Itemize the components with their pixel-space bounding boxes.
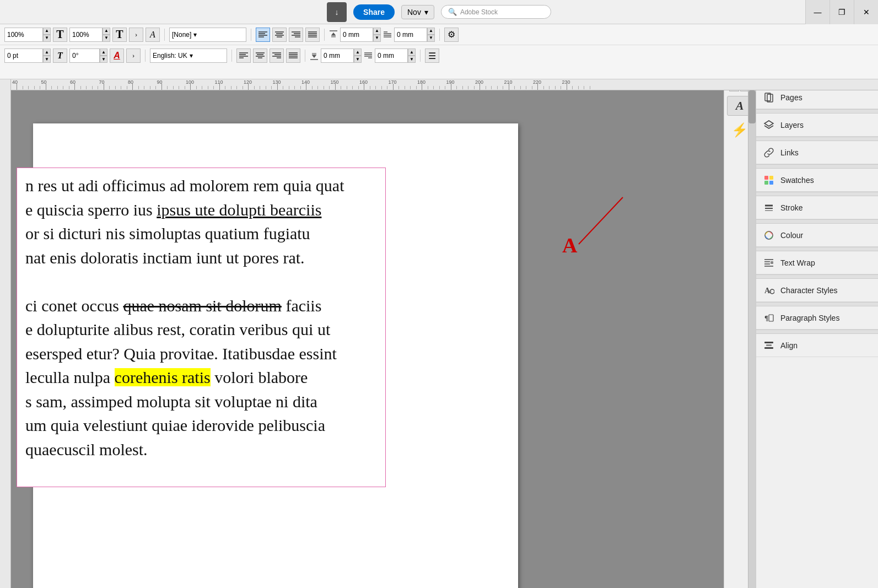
panel-item-stroke[interactable]: Stroke bbox=[756, 196, 878, 219]
language-dropdown[interactable]: English: UK ▾ bbox=[150, 48, 227, 63]
align-center-button[interactable] bbox=[272, 28, 287, 42]
vertical-scrollbar[interactable] bbox=[748, 90, 756, 588]
zoom-input[interactable]: 100% bbox=[4, 28, 43, 42]
space-before-down[interactable]: ▼ bbox=[373, 35, 381, 42]
stroke-expand-button[interactable]: › bbox=[126, 48, 141, 63]
sep2 bbox=[251, 29, 251, 41]
pt-up[interactable]: ▲ bbox=[43, 48, 51, 56]
links-icon bbox=[763, 147, 775, 159]
indent-input[interactable]: 0 mm bbox=[394, 28, 427, 42]
text-line-6: ci conet occus quae nosam sit dolorum fa… bbox=[25, 294, 377, 318]
svg-rect-54 bbox=[764, 176, 768, 180]
zoom-up[interactable]: ▲ bbox=[43, 28, 51, 35]
align-justify-button[interactable] bbox=[305, 28, 320, 42]
panel-item-colour[interactable]: Colour bbox=[756, 224, 878, 247]
layers-label: Layers bbox=[780, 121, 804, 130]
search-icon: 🔍 bbox=[448, 8, 457, 16]
sep5 bbox=[145, 50, 146, 62]
right-panel: Pages Layers Links Swatches bbox=[756, 79, 878, 588]
align-center-last-button[interactable] bbox=[253, 48, 267, 63]
divider-6 bbox=[756, 247, 878, 251]
ruler-horizontal: 4050607080901001101201301401501601701801… bbox=[0, 79, 878, 90]
colour-label: Colour bbox=[780, 231, 803, 240]
minimize-button[interactable]: — bbox=[805, 0, 829, 24]
divider-8 bbox=[756, 302, 878, 306]
panel-item-text-wrap[interactable]: Text Wrap bbox=[756, 251, 878, 274]
text-frame[interactable]: n res ut adi officimus ad molorem rem qu… bbox=[17, 168, 386, 487]
space-before-up[interactable]: ▲ bbox=[373, 28, 381, 35]
text-line-12: quaecuscil molest. bbox=[25, 438, 377, 462]
panel-item-layers[interactable]: Layers bbox=[756, 114, 878, 137]
space-after-input[interactable]: 0 mm bbox=[321, 48, 354, 63]
svg-rect-73 bbox=[766, 344, 772, 346]
font-size-up[interactable]: ▲ bbox=[103, 28, 110, 35]
text-line-9: leculla nulpa corehenis ratis volori bla… bbox=[25, 365, 377, 390]
indent2-up[interactable]: ▲ bbox=[408, 48, 416, 56]
style-dropdown[interactable]: [None] ▾ bbox=[169, 28, 246, 42]
divider-4 bbox=[756, 192, 878, 196]
svg-rect-55 bbox=[769, 176, 773, 180]
svg-text:↓: ↓ bbox=[335, 8, 339, 17]
indent2-down[interactable]: ▼ bbox=[408, 56, 416, 63]
indent-down[interactable]: ▼ bbox=[427, 35, 435, 42]
sep6 bbox=[231, 50, 232, 62]
sep1 bbox=[164, 29, 165, 41]
sep3 bbox=[324, 29, 325, 41]
menu-button[interactable]: ☰ bbox=[425, 48, 439, 63]
space-before-group: 0 mm ▲ ▼ bbox=[329, 28, 381, 42]
text-expand-button[interactable]: › bbox=[129, 28, 143, 42]
text-wrap-icon bbox=[763, 257, 775, 269]
text-line-3: or si dicturi nis simoluptas quatium fug… bbox=[25, 222, 377, 246]
zoom-down[interactable]: ▼ bbox=[43, 35, 51, 42]
zoom-input-group: 100% ▲ ▼ bbox=[4, 28, 51, 42]
nav-dropdown[interactable]: Nov ▾ bbox=[401, 5, 434, 19]
pt-input[interactable]: 0 pt bbox=[4, 48, 43, 63]
font-size-down[interactable]: ▼ bbox=[103, 35, 110, 42]
rotation-input[interactable]: 0° bbox=[69, 48, 100, 63]
space-after-down[interactable]: ▼ bbox=[354, 56, 362, 63]
links-label: Links bbox=[780, 148, 799, 157]
underlined-text: ipsus ute dolupti bearciis bbox=[157, 201, 321, 219]
rotation-down[interactable]: ▼ bbox=[100, 56, 107, 63]
panel-item-swatches[interactable]: Swatches bbox=[756, 169, 878, 192]
align-right-last-button[interactable] bbox=[270, 48, 284, 63]
svg-marker-19 bbox=[331, 33, 336, 35]
toolbar-row-2: 0 pt ▲ ▼ T 0° ▲ ▼ A › English: UK ▾ bbox=[0, 45, 878, 66]
lightning-icon[interactable]: ⚡ bbox=[731, 122, 748, 138]
panel-item-links[interactable]: Links bbox=[756, 141, 878, 164]
close-button[interactable]: ✕ bbox=[854, 0, 878, 24]
character-styles-icon: A a bbox=[763, 284, 775, 296]
baseline-shift-button[interactable]: A bbox=[146, 28, 160, 42]
align-right-button[interactable] bbox=[289, 28, 303, 42]
panel-item-align[interactable]: Align bbox=[756, 334, 878, 357]
pages-label: Pages bbox=[780, 93, 802, 102]
text-line-11: um quia velestiunt quiae iderovide pelib… bbox=[25, 413, 377, 438]
align-left-last-button[interactable] bbox=[236, 48, 251, 63]
text-line-8: esersped etur? Quia provitae. Itatibusda… bbox=[25, 342, 377, 366]
share-button[interactable]: Share bbox=[353, 4, 395, 20]
divider-5 bbox=[756, 219, 878, 224]
align-justify-last-button[interactable] bbox=[286, 48, 300, 63]
pt-down[interactable]: ▼ bbox=[43, 56, 51, 63]
text-type-button[interactable]: T bbox=[112, 28, 127, 42]
font-size-input[interactable]: 100% bbox=[69, 28, 103, 42]
space-before-input[interactable]: 0 mm bbox=[340, 28, 373, 42]
indent-up[interactable]: ▲ bbox=[427, 28, 435, 35]
divider-3 bbox=[756, 164, 878, 169]
panel-item-character-styles[interactable]: A a Character Styles bbox=[756, 279, 878, 302]
italic-T-button[interactable]: T bbox=[53, 48, 67, 63]
space-after-up[interactable]: ▲ bbox=[354, 48, 362, 56]
stroke-color-button[interactable]: A bbox=[110, 48, 124, 63]
title-bar: ↓ Share Nov ▾ 🔍 Adobe Stock — ❐ ✕ bbox=[0, 0, 878, 24]
settings-button[interactable]: ⚙ bbox=[444, 28, 459, 42]
adobe-stock-search[interactable]: 🔍 Adobe Stock bbox=[441, 5, 551, 19]
align-left-button[interactable] bbox=[256, 28, 270, 42]
svg-rect-64 bbox=[771, 261, 773, 264]
rotation-up[interactable]: ▲ bbox=[100, 48, 107, 56]
paragraph-styles-icon: ¶ bbox=[763, 312, 775, 324]
panel-item-paragraph-styles[interactable]: ¶ Paragraph Styles bbox=[756, 306, 878, 330]
indent2-input[interactable]: 0 mm bbox=[375, 48, 408, 63]
scrollbar-thumb[interactable] bbox=[748, 90, 756, 123]
restore-button[interactable]: ❐ bbox=[829, 0, 854, 24]
font-T-button[interactable]: T bbox=[53, 28, 67, 42]
